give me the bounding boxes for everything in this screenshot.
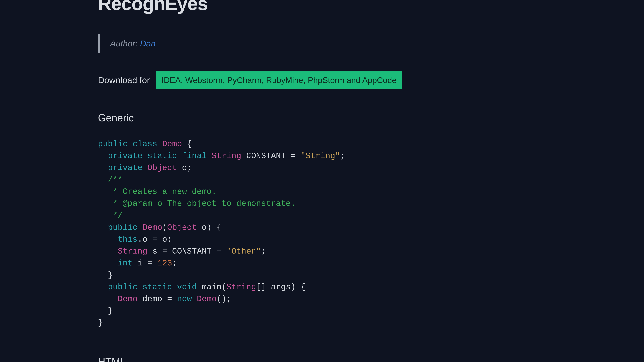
code-token: } <box>98 318 103 327</box>
code-token: } <box>108 271 113 280</box>
code-token: "Other" <box>226 247 261 256</box>
code-token: o The object to demonstrate. <box>152 199 296 208</box>
code-token: static <box>147 151 177 161</box>
code-token: final <box>182 151 207 161</box>
code-token: this <box>118 235 138 244</box>
code-block-generic: public class Demo { private static final… <box>98 138 546 329</box>
code-indent <box>98 294 118 304</box>
code-indent <box>98 175 108 184</box>
code-token: ; <box>187 163 192 173</box>
code-token: demo <box>138 294 167 304</box>
page-title: RecognEyes <box>98 0 546 17</box>
code-token: String <box>118 247 147 256</box>
code-token: Demo <box>162 139 182 149</box>
download-label: Download for <box>98 74 150 86</box>
code-token: i <box>132 259 147 268</box>
code-token: String <box>226 282 256 292</box>
code-token: ; <box>261 247 266 256</box>
code-token: } <box>108 306 113 316</box>
code-token: */ <box>113 211 123 220</box>
code-token: o <box>177 163 187 173</box>
code-token: = <box>147 259 157 268</box>
code-token: (); <box>216 294 231 304</box>
code-token: int <box>118 259 132 268</box>
code-token: String <box>212 151 241 161</box>
code-indent <box>98 282 108 292</box>
code-indent <box>98 271 108 280</box>
author-link[interactable]: Dan <box>140 39 156 48</box>
download-row: Download for IDEA, Webstorm, PyCharm, Ru… <box>98 71 546 89</box>
code-indent <box>98 151 108 161</box>
code-token: Demo <box>192 294 216 304</box>
code-indent <box>98 199 113 208</box>
code-token: void <box>177 282 197 292</box>
code-token: class <box>132 139 157 149</box>
section-heading-html: HTML <box>98 354 546 362</box>
code-token: { <box>182 139 192 149</box>
code-token: "String" <box>300 151 340 161</box>
code-indent <box>98 247 118 256</box>
code-indent <box>98 235 118 244</box>
code-token: static <box>142 282 172 292</box>
code-token: new <box>177 294 192 304</box>
code-token: @param <box>123 199 152 208</box>
author-quote: Author: Dan <box>98 34 546 53</box>
code-token: = <box>290 151 300 161</box>
code-token: Demo <box>142 223 162 232</box>
code-token: Object <box>147 163 177 173</box>
code-indent <box>98 259 118 268</box>
download-button[interactable]: IDEA, Webstorm, PyCharm, RubyMine, PhpSt… <box>156 71 402 89</box>
code-token: private <box>108 163 142 173</box>
code-token: ( <box>222 282 226 292</box>
code-token: main <box>197 282 222 292</box>
code-token: 123 <box>157 259 172 268</box>
code-indent <box>98 163 108 173</box>
code-token: .o = o; <box>138 235 172 244</box>
code-indent <box>98 306 108 316</box>
code-indent <box>98 211 113 220</box>
code-token: = CONSTANT + <box>162 247 226 256</box>
code-token: public <box>108 282 138 292</box>
code-token: = <box>167 294 177 304</box>
code-token: [] args <box>256 282 291 292</box>
code-token: private <box>108 151 142 161</box>
code-token: ( <box>162 223 167 232</box>
code-token: public <box>98 139 128 149</box>
code-token: s <box>147 247 162 256</box>
code-token: * Creates a new demo. <box>113 187 216 196</box>
code-token: Demo <box>118 294 138 304</box>
code-token: Object <box>167 223 197 232</box>
code-token: /** <box>108 175 123 184</box>
code-token: ; <box>340 151 345 161</box>
code-token: ) { <box>207 223 222 232</box>
code-token: public <box>108 223 138 232</box>
code-token: ) { <box>291 282 306 292</box>
code-token: * <box>113 199 123 208</box>
code-token: CONSTANT <box>241 151 290 161</box>
author-prefix: Author: <box>110 39 140 48</box>
section-heading-generic: Generic <box>98 110 546 125</box>
code-indent <box>98 223 108 232</box>
code-token: ; <box>172 259 177 268</box>
code-token: o <box>197 223 207 232</box>
code-indent <box>98 187 113 196</box>
